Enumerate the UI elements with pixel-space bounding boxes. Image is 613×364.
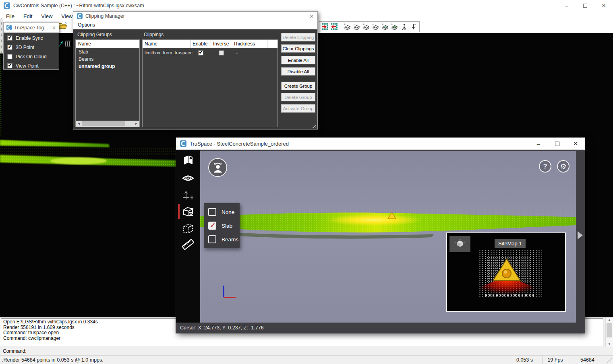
app-logo-icon: [4, 2, 10, 9]
viewport-3d[interactable]: ? ⚙ None Slab Beams: [200, 151, 576, 323]
checkbox[interactable]: [208, 208, 216, 216]
checkbox[interactable]: [7, 35, 12, 41]
scan-lines-icon[interactable]: [64, 39, 72, 50]
expand-panel-arrow-icon[interactable]: [578, 231, 583, 239]
status-point-count: 54684: [568, 356, 607, 364]
look-around-icon: [210, 160, 226, 176]
clipbox-icon-5[interactable]: [381, 22, 390, 31]
checkbox[interactable]: [7, 45, 12, 50]
z-axis: [223, 286, 224, 297]
menu-file[interactable]: File: [2, 11, 19, 21]
clipping-row[interactable]: limitbox_from_truspace -: [143, 48, 278, 57]
maximize-button[interactable]: [548, 138, 566, 150]
delete-group-button[interactable]: Delete Group: [281, 93, 315, 101]
panorama-view-button[interactable]: [208, 158, 227, 177]
close-button[interactable]: ✕: [594, 0, 613, 11]
eye-icon[interactable]: [182, 172, 195, 185]
scrollbar-thumb[interactable]: [607, 323, 612, 337]
cube-view-button[interactable]: [449, 236, 470, 252]
gear-icon: ⚙: [560, 162, 566, 171]
status-render-time: 0.053 s: [507, 356, 542, 364]
clipping-groups-list: Name Slab Beams unnamed group ◄ ►: [75, 39, 140, 127]
close-button[interactable]: ✕: [566, 138, 585, 150]
clipping-tool-icon[interactable]: [182, 205, 195, 218]
col-thickness[interactable]: Thickness: [231, 40, 267, 48]
groups-horizontal-scrollbar[interactable]: ◄ ►: [76, 121, 139, 127]
scroll-left-icon[interactable]: ◄: [76, 122, 82, 125]
pointcloud-edge-sliver: [0, 36, 2, 138]
checkbox[interactable]: [208, 235, 216, 243]
checkbox[interactable]: [7, 54, 12, 59]
group-row-slab[interactable]: Slab: [76, 48, 139, 56]
tog-option-3d-point[interactable]: 3D Point: [7, 43, 59, 51]
app-logo-icon: [6, 25, 12, 30]
sitemap-icon[interactable]: [182, 154, 195, 167]
inverse-checkbox[interactable]: [219, 50, 224, 56]
clipping-groups-label: Clipping Groups: [77, 32, 112, 37]
tog-option-label: View Point: [16, 63, 38, 69]
col-enable[interactable]: Enable: [191, 40, 211, 48]
group-row-beams[interactable]: Beams: [76, 56, 139, 63]
resize-grip[interactable]: [607, 357, 612, 363]
help-button[interactable]: ?: [539, 160, 551, 173]
popup-option-slab[interactable]: Slab: [204, 219, 240, 232]
elevation-axis-icon[interactable]: [182, 189, 195, 202]
tog-panel-title: TruSpace Tog...: [14, 25, 48, 31]
clippings-label: Clippings: [144, 32, 164, 37]
enable-checkbox[interactable]: [198, 50, 203, 56]
tripod-icon[interactable]: [400, 22, 409, 31]
scroll-right-icon[interactable]: ►: [133, 122, 139, 125]
scrollbar-thumb[interactable]: [82, 121, 125, 126]
delete-clipping-button[interactable]: Delete Clipping: [281, 33, 315, 41]
clipbox-icon-2[interactable]: [352, 22, 361, 31]
drop-point-icon[interactable]: [409, 22, 418, 31]
create-group-button[interactable]: Create Group: [281, 82, 315, 90]
clipbox-icon-6[interactable]: [390, 22, 399, 31]
grid-arrow-out-icon[interactable]: [330, 22, 340, 31]
clippings-table: Name Enable Inverse Thickness limitbox_f…: [142, 39, 278, 127]
minimize-button[interactable]: –: [529, 138, 548, 150]
activate-group-button[interactable]: Activate Group: [281, 104, 315, 113]
scroll-down-icon[interactable]: ▼: [606, 342, 613, 347]
disable-all-button[interactable]: Disable All: [281, 67, 315, 76]
tog-panel-titlebar: TruSpace Tog... ✕: [4, 23, 59, 33]
group-row-unnamed[interactable]: unnamed group: [76, 63, 139, 70]
checkbox[interactable]: [208, 222, 216, 230]
col-name[interactable]: Name: [143, 40, 191, 48]
menu-options[interactable]: Options: [78, 22, 95, 28]
grid-arrow-in-icon[interactable]: [321, 22, 330, 31]
col-inverse[interactable]: Inverse: [211, 40, 231, 48]
limitbox-icon[interactable]: [182, 222, 195, 235]
clipbox-icon-4[interactable]: [371, 22, 380, 31]
checkbox[interactable]: [7, 63, 12, 68]
log-scrollbar[interactable]: ▲ ▼: [605, 317, 613, 347]
close-icon[interactable]: ✕: [52, 25, 56, 31]
tog-option-pick-on-cloud[interactable]: Pick On Cloud: [7, 53, 59, 60]
groups-header-name[interactable]: Name: [76, 40, 139, 48]
scan-position-marker[interactable]: [491, 257, 522, 285]
clipbox-icon-3[interactable]: [362, 22, 371, 31]
clear-clippings-button[interactable]: Clear Clippings: [281, 44, 315, 53]
popup-option-none[interactable]: None: [204, 205, 240, 219]
status-bar: :Render 54684 points in 0.053 s @ 1.0 mp…: [0, 355, 613, 364]
settings-button[interactable]: ⚙: [557, 160, 570, 173]
sitemap-inset[interactable]: SiteMap 1: [446, 232, 566, 312]
menu-view[interactable]: View: [37, 11, 57, 21]
measure-ruler-icon[interactable]: [182, 238, 195, 251]
close-icon[interactable]: ✕: [309, 13, 314, 19]
tog-option-view-point[interactable]: View Point: [7, 62, 59, 70]
tog-option-enable-sync[interactable]: Enable Sync: [7, 34, 59, 42]
popup-option-beams[interactable]: Beams: [204, 232, 240, 246]
resize-grip[interactable]: [311, 122, 316, 128]
menu-edit[interactable]: Edit: [19, 11, 37, 21]
enable-all-button[interactable]: Enable All: [281, 56, 315, 64]
clipbox-icon-1[interactable]: [343, 22, 352, 31]
scan-position-marker[interactable]: [387, 212, 397, 221]
thickness-value: -: [231, 50, 267, 55]
command-input-row[interactable]: Command:: [0, 347, 613, 355]
open-folder-icon[interactable]: [58, 22, 67, 31]
minimize-button[interactable]: –: [557, 0, 576, 11]
scroll-up-icon[interactable]: ▲: [606, 318, 613, 323]
maximize-button[interactable]: [576, 0, 594, 11]
cursor-coordinates: Cursor: X: 24.773, Y: 0.237, Z: -1.776: [180, 325, 264, 331]
